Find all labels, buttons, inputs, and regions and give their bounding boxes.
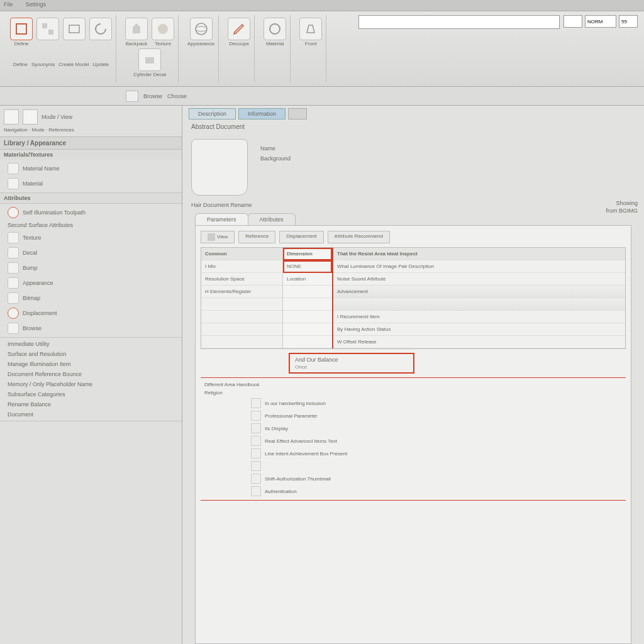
ribbon-cylinder[interactable]: Cylinder Decal (133, 48, 166, 78)
menu-file[interactable]: File (4, 1, 13, 9)
proptab-attributes[interactable]: Attributes (248, 213, 296, 225)
menu-settings[interactable]: Settings (26, 1, 47, 9)
side-item-browse[interactable]: Browse (0, 321, 182, 336)
ribbon-group-3: Appearance (184, 15, 219, 82)
tab-information[interactable]: Information (238, 108, 286, 119)
ribbon-material[interactable]: Material (264, 18, 286, 47)
tab-extra[interactable] (288, 108, 307, 119)
grid-cell[interactable] (283, 298, 332, 311)
ribbon-appearance[interactable]: Appearance (187, 18, 214, 47)
side-item-rename[interactable]: Rename Balance (0, 399, 182, 409)
subbar-browse[interactable]: Browse (143, 93, 162, 99)
sidebar: Mode / View Navigation · Mode · Referenc… (0, 106, 182, 644)
grid-cell[interactable] (283, 311, 332, 323)
ribbon-decoupe[interactable]: Decoupe (228, 18, 250, 47)
ribbon-define[interactable]: Define (10, 18, 33, 47)
nav-icon-1[interactable] (4, 109, 19, 125)
grid-row[interactable]: I Mix (201, 260, 282, 273)
list-item[interactable]: Line Intent Achievement Box Present (201, 447, 626, 460)
mini-input-a[interactable] (564, 15, 582, 28)
side-item-material[interactable]: Material (0, 176, 182, 191)
list-item[interactable]: Real Effect Advanced Items Text (201, 435, 626, 447)
side-item-doc[interactable]: Document (0, 409, 182, 419)
grid-mid: Dimension NONE Location (283, 248, 333, 348)
material-icon (264, 18, 286, 40)
ribbon-bag[interactable]: Backpack (125, 18, 148, 47)
ribbon-texture[interactable]: Texture (152, 18, 174, 47)
grid-head-common[interactable]: Common (201, 248, 282, 260)
side-head-materials[interactable]: Materials/Textures (0, 150, 182, 160)
grid-right: That the Resist Area Ideal Inspect What … (333, 248, 625, 348)
side-item-util[interactable]: Immediate Utility (0, 339, 182, 349)
ribbon-front[interactable]: Front (299, 18, 322, 47)
side-item-bump[interactable]: Bump (0, 260, 182, 275)
grid-cell[interactable]: What Luminance Of Image Pair Description (333, 260, 625, 273)
list-item[interactable]: In our handwriting inclusion (201, 397, 626, 409)
bump-icon (8, 262, 19, 274)
sidebar-header: Mode / View Navigation · Mode · Referenc… (0, 106, 182, 137)
grid-row[interactable] (201, 311, 282, 323)
decal-icon (8, 247, 19, 258)
grid-cell[interactable]: Location (283, 273, 332, 286)
ribbon-update[interactable] (89, 18, 112, 47)
side-item-selfillum[interactable]: Self Illumination Toolpath (0, 205, 182, 220)
filter-attribute[interactable]: Attribute Recommend (328, 231, 390, 243)
list-item[interactable] (201, 460, 626, 472)
grid-cell[interactable]: I Recommend Item (333, 311, 625, 323)
grid-cell[interactable] (333, 298, 625, 311)
filter-reference[interactable]: Reference (238, 231, 275, 243)
mini-input-b[interactable] (585, 15, 616, 28)
grid-row[interactable] (201, 323, 282, 336)
grid-head-dimension[interactable]: Dimension (283, 248, 332, 260)
side-item-appearance[interactable]: Appearance (0, 275, 182, 291)
list-item[interactable]: Its Display (201, 422, 626, 435)
side-item-texture[interactable]: Texture (0, 230, 182, 245)
ribbon-group-2: Backpack Texture Cylinder Decal (121, 15, 179, 82)
ribbon-model[interactable] (63, 18, 86, 47)
grid-cell[interactable]: Noise Sound Attribute (333, 273, 625, 286)
list-item[interactable]: Shift-Authorization Thumbnail (201, 472, 626, 485)
nav-icon-2[interactable] (23, 109, 38, 125)
side-item-bitmap[interactable]: Bitmap (0, 291, 182, 306)
list-icon (251, 423, 261, 433)
mini-input-c[interactable] (619, 15, 638, 28)
side-item-surface[interactable]: Surface and Resolution (0, 349, 182, 359)
side-item-materialname[interactable]: Material Name (0, 161, 182, 176)
highlight-box[interactable]: And Our Balance Once (289, 353, 414, 374)
grid-cell[interactable] (283, 286, 332, 298)
ribbon-search[interactable] (358, 15, 560, 29)
side-item-subsurf[interactable]: Subsurface Categories (0, 389, 182, 399)
grid-cell[interactable] (283, 336, 332, 348)
grid-row[interactable] (201, 298, 282, 311)
side-item-docref[interactable]: Document Reference Bounce (0, 369, 182, 379)
side-item-manage[interactable]: Manage Illumination Item (0, 359, 182, 369)
grid-row[interactable] (201, 336, 282, 348)
filter-displacement[interactable]: Displacement (279, 231, 323, 243)
grid-cell[interactable]: Advancement (333, 286, 625, 298)
grid-left: Common I Mix Resolution Space H Elements… (201, 248, 283, 348)
doc-thumbnail[interactable] (191, 139, 248, 196)
list-item[interactable]: Professional Parameter (201, 409, 626, 422)
svg-rect-1 (42, 23, 47, 28)
side-item-displacement[interactable]: Displacement (0, 306, 182, 321)
view-icon (208, 233, 215, 241)
filter-view[interactable]: View (201, 231, 235, 243)
lower-head2: Religion (201, 389, 626, 397)
grid-cell[interactable]: NONE (283, 260, 332, 273)
side-head-attributes[interactable]: Attributes (0, 193, 182, 203)
grid-cell[interactable] (283, 323, 332, 336)
browse-small-icon (8, 323, 19, 334)
tab-description[interactable]: Description (189, 108, 236, 119)
ribbon-sync[interactable] (36, 18, 59, 47)
proptab-parameters[interactable]: Parameters (195, 213, 248, 225)
side-item-secondsurf[interactable]: Second Surface Attributes (0, 220, 182, 230)
list-item[interactable]: Authentication (201, 485, 626, 497)
side-item-decal[interactable]: Decal (0, 245, 182, 260)
grid-cell[interactable]: W Offset Release (333, 336, 625, 348)
browse-icon[interactable] (126, 91, 138, 102)
side-item-memory[interactable]: Memory / Only Placeholder Name (0, 379, 182, 389)
grid-cell[interactable]: By Having Action Status (333, 323, 625, 336)
svg-rect-0 (16, 24, 26, 34)
grid-row[interactable]: H Elements/Register (201, 286, 282, 298)
grid-row[interactable]: Resolution Space (201, 273, 282, 286)
